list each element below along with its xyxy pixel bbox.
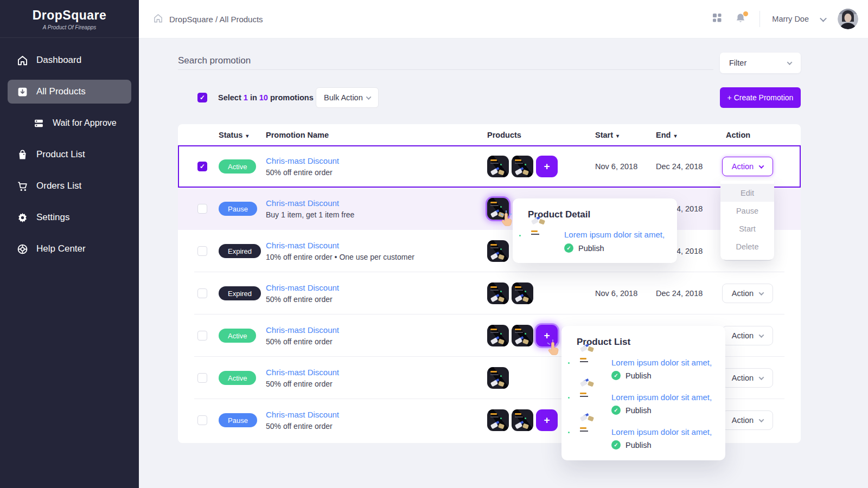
select-all-checkbox[interactable]: ✓ [197,93,207,102]
products-cell: + [487,409,558,431]
promotion-name-link[interactable]: Chris-mast Discount [266,241,414,250]
product-thumbnail[interactable] [487,282,509,304]
publish-label: Publish [578,244,604,253]
sidebar-item-wait-for-approve[interactable]: Wait for Approve [0,107,139,139]
filter-dropdown[interactable]: Filter [720,53,801,73]
product-thumbnail[interactable] [487,240,509,262]
publish-check-icon: ✓ [611,440,621,450]
row-action-button[interactable]: Action [722,284,773,303]
product-thumbnail[interactable] [487,409,509,431]
product-thumbnail[interactable] [512,156,533,177]
promotion-name-link[interactable]: Chris-mast Discount [266,156,339,165]
row-checkbox[interactable] [197,246,207,256]
status-badge: Expired [219,286,261,300]
sidebar-item-help-center[interactable]: Help Center [0,233,139,265]
column-header-start[interactable]: Start▾ [595,131,619,139]
sidebar-item-label: Wait for Approve [53,118,117,128]
product-list-status: ✓Publish [611,406,652,415]
product-thumbnail[interactable] [487,367,509,389]
cart-icon [16,180,28,192]
row-action-button[interactable]: Action [722,326,773,345]
app-logo: DropSquare [0,8,139,23]
selection-summary: Select 1 in 10 promotions [218,93,314,102]
grid-icon[interactable] [712,12,723,25]
row-checkbox[interactable] [197,288,207,298]
product-list-thumbnail [577,354,604,381]
product-thumbnail[interactable] [512,282,533,304]
menu-item-edit[interactable]: Edit [720,184,774,202]
status-badge: Active [219,371,256,385]
menu-item-pause[interactable]: Pause [720,202,774,220]
gear-icon [16,211,28,223]
column-header-end[interactable]: End▾ [656,131,676,139]
product-list-status: ✓Publish [611,371,652,380]
create-promotion-button[interactable]: + Create Promotion [720,87,801,108]
product-list-link[interactable]: Lorem ipsum dolor sit amet, [611,393,712,402]
column-header-products: Products [487,131,521,139]
sidebar-item-settings[interactable]: Settings [0,202,139,233]
promotion-name-cell: Chris-mast Discount50% off entire order [266,325,339,346]
product-thumbnail[interactable] [512,409,533,431]
add-product-button[interactable]: + [536,156,558,177]
product-list-thumbnail [577,423,604,451]
product-detail-link[interactable]: Lorem ipsum dolor sit amet, [564,230,665,239]
promotion-name-cell: Chris-mast Discount50% off entire order [266,410,339,431]
promotion-name-link[interactable]: Chris-mast Discount [266,368,339,377]
row-checkbox[interactable] [197,204,207,214]
product-thumbnail[interactable] [487,198,509,220]
status-badge: Pause [219,413,257,427]
breadcrumb[interactable]: DropSquare / All Products [153,0,263,38]
menu-item-start[interactable]: Start [720,220,774,237]
action-button-label: Action [732,416,754,425]
product-list-link[interactable]: Lorem ipsum dolor sit amet, [611,427,712,436]
sidebar-item-orders-list[interactable]: Orders List [0,170,139,202]
product-thumbnail[interactable] [487,156,509,177]
user-avatar[interactable] [838,9,858,29]
sidebar-item-product-list[interactable]: Product List [0,139,139,170]
row-action-button[interactable]: Action [722,368,773,388]
list-rows-icon [33,117,44,129]
promotion-name-link[interactable]: Chris-mast Discount [266,410,339,419]
status-badge: Expired [219,244,261,258]
publish-label: Publish [626,441,652,450]
start-date: Nov 6, 2018 [595,289,637,298]
chevron-down-icon [787,60,793,65]
sidebar-item-dashboard[interactable]: Dashboard [0,44,139,76]
products-cell [487,282,533,304]
end-date: Dec 24, 2018 [656,289,703,298]
promotion-name-link[interactable]: Chris-mast Discount [266,283,339,292]
product-list-link[interactable]: Lorem ipsum dolor sit amet, [611,358,712,367]
sidebar-item-label: All Products [36,86,86,97]
row-checkbox[interactable] [197,415,207,425]
add-product-button[interactable]: + [536,409,558,431]
promotion-name-cell: Chris-mast Discount10% off entire order … [266,241,414,261]
chevron-down-icon [759,290,764,296]
status-badge: Active [219,329,256,343]
publish-check-icon: ✓ [611,371,621,380]
menu-item-delete[interactable]: Delete [720,237,774,255]
row-checkbox[interactable]: ✓ [197,162,207,171]
sort-triangle-icon: ▾ [246,133,248,139]
promotion-description: 10% off entire order • One use per custo… [266,253,414,261]
notifications-bell-icon[interactable] [735,12,748,25]
user-menu-chevron-icon[interactable] [820,15,827,22]
user-name[interactable]: Marry Doe [772,15,809,23]
bulk-action-dropdown[interactable]: Bulk Action [316,87,379,108]
column-header-status[interactable]: Status▾ [219,131,248,139]
action-button-label: Action [732,331,754,340]
promotion-name-link[interactable]: Chris-mast Discount [266,325,339,335]
product-detail-popup: Product Detail Lorem ipsum dolor sit ame… [513,198,677,263]
add-product-button[interactable]: + [536,325,558,346]
sidebar-nav: DashboardAll ProductsWait for ApprovePro… [0,44,139,265]
promotion-name-link[interactable]: Chris-mast Discount [266,198,354,208]
row-action-button[interactable]: Action [722,410,773,430]
sidebar: DropSquare A Product Of Fireapps Dashboa… [0,0,139,488]
sidebar-item-all-products[interactable]: All Products [8,80,131,104]
row-checkbox[interactable] [197,331,207,341]
search-input[interactable] [178,52,713,70]
row-action-button[interactable]: Action [722,157,773,176]
row-checkbox[interactable] [197,373,207,383]
product-thumbnail[interactable] [512,325,533,346]
product-thumbnail[interactable] [487,325,509,346]
promotion-name-cell: Chris-mast DiscountBuy 1 item, get 1 ite… [266,198,354,219]
